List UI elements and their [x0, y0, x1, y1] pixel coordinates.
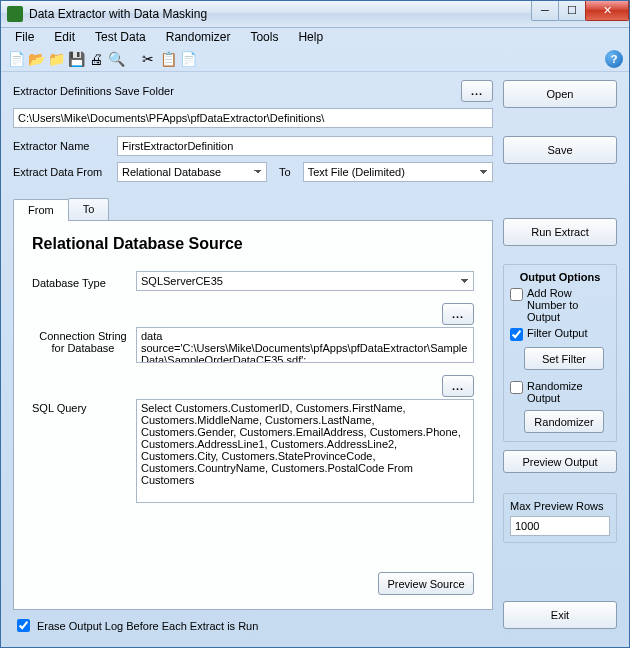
menu-test-data[interactable]: Test Data — [87, 28, 154, 46]
open-button[interactable]: Open — [503, 80, 617, 108]
cut-icon[interactable]: ✂ — [139, 50, 157, 68]
folder-icon[interactable]: 📁 — [47, 50, 65, 68]
erase-log-label: Erase Output Log Before Each Extract is … — [37, 620, 258, 632]
run-extract-button[interactable]: Run Extract — [503, 218, 617, 246]
browse-sql-button[interactable]: ... — [442, 375, 474, 397]
erase-log-checkbox[interactable] — [17, 619, 30, 632]
preview-source-button[interactable]: Preview Source — [378, 572, 474, 595]
filter-output-checkbox[interactable] — [510, 328, 523, 341]
menu-edit[interactable]: Edit — [46, 28, 83, 46]
preview-icon[interactable]: 🔍 — [107, 50, 125, 68]
max-preview-label: Max Preview Rows — [510, 500, 610, 512]
set-filter-button[interactable]: Set Filter — [524, 347, 604, 370]
add-row-number-checkbox[interactable] — [510, 288, 523, 301]
add-row-number-label: Add Row Number to Output — [527, 287, 610, 323]
randomize-output-label: Randomize Output — [527, 380, 610, 404]
filter-output-label: Filter Output — [527, 327, 588, 339]
output-options-group: Output Options Add Row Number to Output … — [503, 264, 617, 442]
print-icon[interactable]: 🖨 — [87, 50, 105, 68]
panel-title: Relational Database Source — [32, 235, 474, 253]
menubar: File Edit Test Data Randomizer Tools Hel… — [1, 28, 629, 47]
menu-randomizer[interactable]: Randomizer — [158, 28, 239, 46]
app-icon — [7, 6, 23, 22]
exit-button[interactable]: Exit — [503, 601, 617, 629]
toolbar: 📄 📂 📁 💾 🖨 🔍 ✂ 📋 📄 ? — [1, 47, 629, 72]
max-preview-group: Max Preview Rows — [503, 493, 617, 543]
max-preview-input[interactable] — [510, 516, 610, 536]
save-folder-input[interactable] — [13, 108, 493, 128]
extract-from-select[interactable]: Relational Database — [117, 162, 267, 182]
titlebar: Data Extractor with Data Masking ─ ☐ ✕ — [1, 1, 629, 28]
close-button[interactable]: ✕ — [585, 1, 629, 21]
extract-to-label: To — [275, 166, 295, 178]
preview-output-button[interactable]: Preview Output — [503, 450, 617, 473]
db-type-label: Database Type — [32, 274, 134, 289]
tab-from[interactable]: From — [13, 199, 69, 221]
maximize-button[interactable]: ☐ — [558, 1, 586, 21]
extract-from-label: Extract Data From — [13, 166, 109, 178]
new-icon[interactable]: 📄 — [7, 50, 25, 68]
randomize-output-checkbox[interactable] — [510, 381, 523, 394]
save-icon[interactable]: 💾 — [67, 50, 85, 68]
extract-to-select[interactable]: Text File (Delimited) — [303, 162, 493, 182]
randomizer-button[interactable]: Randomizer — [524, 410, 604, 433]
copy-icon[interactable]: 📋 — [159, 50, 177, 68]
extractor-name-input[interactable] — [117, 136, 493, 156]
save-button[interactable]: Save — [503, 136, 617, 164]
extractor-name-label: Extractor Name — [13, 140, 109, 152]
save-folder-label: Extractor Definitions Save Folder — [13, 85, 174, 97]
menu-tools[interactable]: Tools — [242, 28, 286, 46]
connection-label: Connection Stringfor Database — [32, 327, 134, 354]
connection-string-input[interactable]: data source='C:\Users\Mike\Documents\pfA… — [136, 327, 474, 363]
menu-file[interactable]: File — [7, 28, 42, 46]
app-window: Data Extractor with Data Masking ─ ☐ ✕ F… — [0, 0, 630, 648]
browse-connection-button[interactable]: ... — [442, 303, 474, 325]
tab-to[interactable]: To — [68, 198, 110, 220]
menu-help[interactable]: Help — [290, 28, 331, 46]
minimize-button[interactable]: ─ — [531, 1, 559, 21]
open-icon[interactable]: 📂 — [27, 50, 45, 68]
paste-icon[interactable]: 📄 — [179, 50, 197, 68]
window-title: Data Extractor with Data Masking — [29, 7, 532, 21]
sql-query-label: SQL Query — [32, 399, 134, 414]
output-options-title: Output Options — [510, 271, 610, 283]
sql-query-input[interactable]: Select Customers.CustomerID, Customers.F… — [136, 399, 474, 503]
help-icon[interactable]: ? — [605, 50, 623, 68]
tab-panel-from: Relational Database Source Database Type… — [13, 220, 493, 610]
db-type-select[interactable]: SQLServerCE35 — [136, 271, 474, 291]
browse-folder-button[interactable]: ... — [461, 80, 493, 102]
